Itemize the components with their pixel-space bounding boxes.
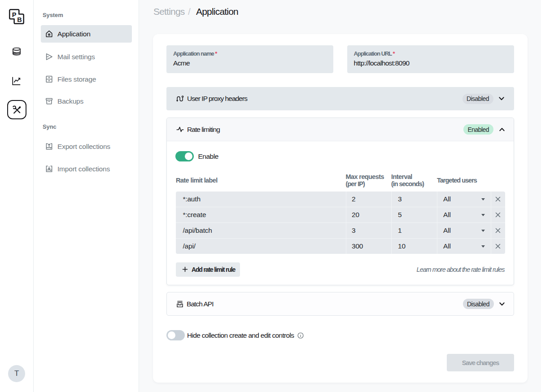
svg-text:P: P — [12, 11, 17, 18]
svg-text:B: B — [17, 16, 22, 23]
